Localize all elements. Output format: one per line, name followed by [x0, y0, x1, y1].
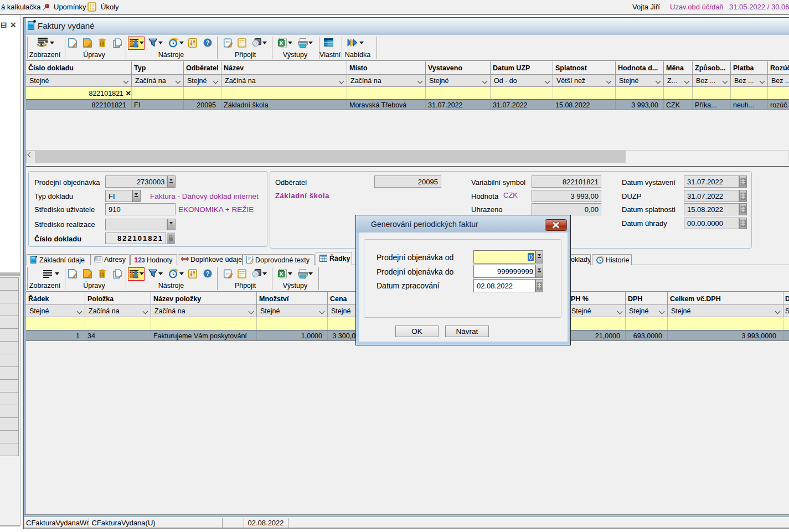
- svg-text:?: ?: [206, 39, 210, 46]
- svg-text:?: ?: [206, 270, 210, 277]
